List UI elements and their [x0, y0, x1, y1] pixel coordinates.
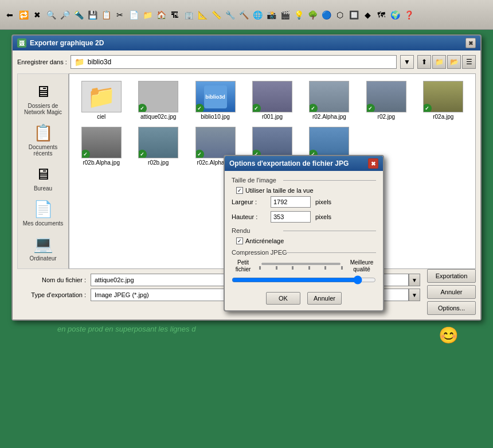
background-text: en poste prod en superposant les lignes …: [57, 325, 195, 333]
list-item[interactable]: ✓ r02a.jpg: [416, 79, 471, 122]
nav-folder-up-btn[interactable]: 📂: [447, 55, 461, 69]
filetype-dropdown-btn[interactable]: ▼: [409, 289, 420, 301]
export-button[interactable]: Exportation: [427, 269, 476, 283]
file-thumbnail: ✓: [252, 127, 292, 158]
antialias-row: ✓ Anticrénelage: [232, 237, 376, 244]
toolbar-icon-15[interactable]: 📐: [196, 9, 209, 21]
check-icon: ✓: [195, 150, 204, 158]
toolbar-icon-29[interactable]: 🌍: [389, 9, 401, 21]
height-input[interactable]: [271, 211, 311, 223]
location-bar: Enregistrer dans : 📁 biblio3d ▼ ⬆ 📁 📂 ☰: [17, 55, 476, 69]
use-view-size-row: ✓ Utiliser la taille de la vue: [232, 187, 376, 194]
filename-dropdown-btn[interactable]: ▼: [409, 274, 420, 286]
computer-icon: 💻: [32, 233, 54, 254]
toolbar-icon-2[interactable]: 🔁: [17, 9, 30, 21]
sidebar-item-computer[interactable]: 💻 Ordinateur: [20, 231, 66, 264]
toolbar-icon-28[interactable]: 🗺: [375, 9, 388, 21]
list-item[interactable]: 📁 ciel: [74, 79, 128, 122]
toolbar-icon-4[interactable]: 🔍: [45, 9, 57, 21]
slider-left-label: Petitfichier: [232, 259, 255, 273]
toolbar-icon-16[interactable]: 📏: [210, 9, 222, 21]
cancel-button[interactable]: Annuler: [427, 285, 476, 299]
check-icon: ✓: [252, 104, 261, 112]
nav-new-folder-btn[interactable]: 📁: [432, 55, 446, 69]
toolbar-icon-30[interactable]: ❓: [402, 9, 415, 21]
toolbar-icon-11[interactable]: 📁: [141, 9, 154, 21]
toolbar-icon-22[interactable]: 💡: [292, 9, 305, 21]
list-item[interactable]: ✓ r02b.jpg: [131, 124, 185, 168]
jpg-dialog-close-btn[interactable]: ✖: [368, 158, 378, 169]
file-thumbnail: ✓: [309, 127, 349, 158]
jpg-dialog-titlebar: Options d'exportation de fichier JPG ✖: [225, 156, 383, 171]
toolbar-icon-6[interactable]: 🔦: [72, 9, 85, 21]
toolbar-icon-21[interactable]: 🎬: [279, 9, 291, 21]
check-icon: ✓: [423, 104, 432, 112]
dialog-close-button[interactable]: ✖: [465, 38, 476, 48]
sidebar-item-mydocs[interactable]: 📄 Mes documents: [20, 196, 66, 229]
location-dropdown-btn[interactable]: ▼: [400, 55, 414, 69]
location-input[interactable]: 📁 biblio3d: [71, 55, 397, 69]
use-view-size-checkbox[interactable]: ✓: [236, 187, 243, 194]
check-icon: ✓: [81, 150, 90, 158]
file-thumbnail: ✓: [81, 127, 122, 158]
toolbar-icon-3[interactable]: ✖: [31, 9, 44, 21]
list-item[interactable]: ✓ r02b.Alpha.jpg: [74, 124, 128, 168]
list-item[interactable]: ✓ r02.Alpha.jpg: [302, 79, 357, 122]
toolbar-icon-23[interactable]: 🌳: [306, 9, 319, 21]
sidebar-item-recent[interactable]: 📋 Documentsrécents: [20, 120, 66, 159]
main-toolbar: ⬅ 🔁 ✖ 🔍 🔎 🔦 💾 📋 ✂ 📄 📁 🏠 🏗 🏢 📐 📏 🔧 🔨 🌐 📸 …: [0, 0, 493, 30]
jpg-cancel-button[interactable]: Annuler: [307, 292, 342, 305]
toolbar-icon-26[interactable]: 🔲: [347, 9, 360, 21]
list-item[interactable]: ✓ attique02c.jpg: [131, 79, 185, 122]
quality-slider[interactable]: [232, 275, 376, 285]
toolbar-icon-5[interactable]: 🔎: [58, 9, 71, 21]
sidebar-label-recent: Documentsrécents: [29, 144, 58, 157]
sidebar-label-desktop: Bureau: [34, 185, 52, 192]
toolbar-icon-19[interactable]: 🌐: [251, 9, 264, 21]
nav-back-btn[interactable]: ⬆: [417, 55, 431, 69]
places-sidebar: 🖥 Dossiers deNetwork Magic 📋 Documentsré…: [17, 73, 69, 269]
file-name: biblio10.jpg: [201, 114, 230, 120]
toolbar-icon-12[interactable]: 🏠: [155, 9, 167, 21]
sidebar-label-computer: Ordinateur: [29, 255, 56, 262]
options-button[interactable]: Options...: [427, 301, 476, 315]
width-label: Largeur :: [232, 198, 266, 205]
sidebar-label-network: Dossiers deNetwork Magic: [24, 103, 62, 115]
list-item[interactable]: ✓ r02.jpg: [359, 79, 413, 122]
check-icon: ✓: [138, 150, 147, 158]
antialias-checkbox[interactable]: ✓: [236, 237, 243, 244]
sidebar-item-network[interactable]: 🖥 Dossiers deNetwork Magic: [20, 79, 66, 118]
file-thumbnail: ✓: [138, 127, 178, 158]
toolbar-icon-20[interactable]: 📸: [265, 9, 277, 21]
toolbar-icon-9[interactable]: ✂: [114, 9, 126, 21]
check-icon: ✓: [195, 104, 204, 112]
toolbar-icon-7[interactable]: 💾: [86, 9, 99, 21]
toolbar-icon-13[interactable]: 🏗: [169, 9, 181, 21]
sidebar-label-mydocs: Mes documents: [23, 220, 64, 227]
use-view-size-label: Utiliser la taille de la vue: [245, 187, 314, 194]
sidebar-item-desktop[interactable]: 🖥 Bureau: [20, 161, 66, 194]
toolbar-icon-17[interactable]: 🔧: [224, 9, 236, 21]
jpg-dialog-title: Options d'exportation de fichier JPG: [229, 159, 349, 167]
toolbar-icon-18[interactable]: 🔨: [237, 9, 250, 21]
toolbar-icon-27[interactable]: ◆: [361, 9, 374, 21]
width-input[interactable]: [271, 196, 311, 208]
nav-view-btn[interactable]: ☰: [462, 55, 476, 69]
desktop-icon: 🖥: [32, 163, 54, 184]
toolbar-icon-14[interactable]: 🏢: [182, 9, 195, 21]
toolbar-icon-10[interactable]: 📄: [127, 9, 140, 21]
location-value: biblio3d: [88, 58, 111, 66]
jpg-ok-button[interactable]: OK: [266, 292, 300, 305]
list-item[interactable]: biblio3d ✓ biblio10.jpg: [188, 79, 242, 122]
toolbar-icon-8[interactable]: 📋: [100, 9, 112, 21]
toolbar-icon-1[interactable]: ⬅: [3, 9, 16, 21]
nav-toolbar: ⬆ 📁 📂 ☰: [417, 55, 476, 69]
list-item[interactable]: ✓ r001.jpg: [245, 79, 299, 122]
toolbar-icon-25[interactable]: ⬡: [334, 9, 346, 21]
recent-docs-icon: 📋: [32, 122, 54, 143]
jpg-options-dialog: Options d'exportation de fichier JPG ✖ T…: [224, 155, 384, 311]
toolbar-icon-24[interactable]: 🔵: [320, 9, 332, 21]
file-thumbnail: ✓: [366, 81, 406, 112]
quality-slider-container: Petitfichier Meilleurequalité: [232, 259, 376, 286]
height-label: Hauteur :: [232, 213, 266, 220]
